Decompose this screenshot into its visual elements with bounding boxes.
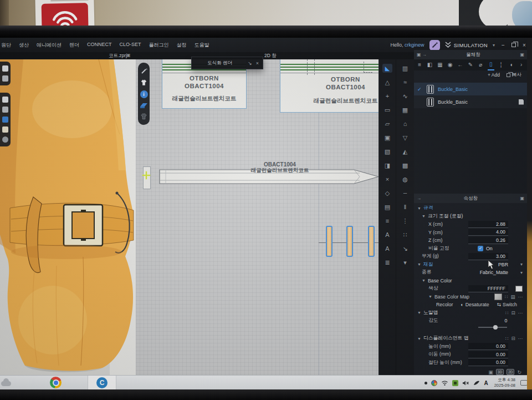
restore-button[interactable] bbox=[511, 43, 516, 47]
3d-tool-icon[interactable]: ▾ bbox=[400, 258, 410, 267]
more-icon[interactable]: ⋯ bbox=[518, 310, 523, 316]
3d-tool-icon[interactable]: ▩ bbox=[400, 161, 410, 170]
simulation-button[interactable]: SIMULATION bbox=[445, 42, 488, 48]
chevron-down-icon[interactable]: ▾ bbox=[520, 270, 523, 275]
menu-item[interactable]: 생산 bbox=[19, 42, 29, 49]
section-size[interactable]: ▼크기 조절 (로컬) bbox=[414, 212, 527, 221]
folder-icon[interactable]: ▤ bbox=[510, 294, 515, 300]
object-type-tab-icon[interactable]: › bbox=[518, 60, 525, 70]
grid-icon[interactable]: ∷ bbox=[505, 294, 508, 300]
tray-wifi-icon[interactable] bbox=[441, 380, 448, 386]
z-input[interactable]: 0.26 bbox=[468, 237, 508, 244]
menu-item[interactable]: CONNECT bbox=[87, 42, 112, 49]
selected-point-marker[interactable] bbox=[142, 171, 150, 179]
object-list-item[interactable]: ✓ Buckle_Basic bbox=[414, 83, 527, 95]
2d-tool-icon[interactable]: ▧ bbox=[382, 147, 392, 156]
close-icon[interactable]: × bbox=[256, 60, 259, 66]
2d-tool-icon[interactable]: ◣ bbox=[382, 64, 392, 73]
3d-tool-icon[interactable]: ⌂ bbox=[400, 119, 410, 128]
more-icon[interactable]: ⋯ bbox=[518, 294, 523, 300]
3d-garment-view[interactable] bbox=[0, 59, 136, 375]
tray-network-icon[interactable] bbox=[473, 380, 480, 386]
3d-edge-toolbar-group2[interactable] bbox=[0, 93, 11, 146]
ime-indicator[interactable]: A bbox=[484, 380, 488, 386]
tool-icon[interactable] bbox=[2, 126, 8, 133]
2d-tool-icon[interactable]: × bbox=[382, 175, 392, 184]
tray-app-icon[interactable] bbox=[452, 380, 458, 386]
add-button[interactable]: + Add bbox=[488, 72, 500, 78]
single-view-icon[interactable]: ▣ bbox=[488, 369, 493, 375]
pattern-piece-belt-loop[interactable] bbox=[326, 226, 332, 257]
chrome-icon[interactable] bbox=[50, 377, 62, 388]
menu-item[interactable]: 원단 bbox=[1, 42, 11, 49]
document-tab[interactable]: 코트.zprj bbox=[109, 53, 127, 59]
3d-tool-icon[interactable]: ▦ bbox=[400, 105, 410, 114]
schematic-render-window[interactable]: 도식화 렌더 ↘ × bbox=[191, 57, 263, 69]
3d-edge-toolbar-group1[interactable] bbox=[0, 62, 11, 85]
texture-swatch[interactable] bbox=[494, 293, 502, 300]
section-spec[interactable]: ▼규격 bbox=[414, 204, 527, 212]
pen-tool-icon[interactable] bbox=[140, 67, 148, 75]
menu-item[interactable]: 애니메이션 bbox=[37, 42, 62, 49]
object-type-tab-icon[interactable]: ⌀ bbox=[477, 60, 484, 70]
shirt-3d-icon[interactable] bbox=[140, 79, 148, 87]
shirt-texture-icon[interactable] bbox=[140, 113, 148, 120]
desaturate-button[interactable]: ◐Desaturate bbox=[461, 302, 489, 307]
2d-mini-toolbar[interactable]: i bbox=[138, 63, 150, 125]
tab-2d-window[interactable]: 2D 창 bbox=[264, 53, 277, 59]
3d-tool-icon[interactable]: ▽ bbox=[400, 133, 410, 142]
arrow-icon[interactable]: → bbox=[422, 52, 427, 57]
2d-tool-icon[interactable]: △ bbox=[382, 78, 392, 87]
2d-tool-icon[interactable]: ▣ bbox=[382, 133, 392, 142]
color-hex-input[interactable]: FFFFFF bbox=[468, 285, 508, 292]
2d-tool-icon[interactable]: ▱ bbox=[382, 119, 392, 128]
account-greeting[interactable]: Hello, crkginew bbox=[391, 42, 424, 48]
menu-item[interactable]: 도움말 bbox=[195, 42, 209, 49]
checkbox-checked[interactable]: ✓ bbox=[478, 246, 483, 251]
toggle-2d-button[interactable]: 2D bbox=[507, 369, 514, 375]
3d-tool-icon[interactable]: ◭ bbox=[400, 147, 410, 156]
resize-icon[interactable]: ↘ bbox=[248, 60, 252, 66]
dock-icon[interactable]: ▣ bbox=[417, 52, 421, 57]
section-material[interactable]: ▼재질PBR▾ bbox=[414, 261, 527, 269]
intensity-slider[interactable] bbox=[478, 327, 507, 328]
simulation-dropdown-arrow[interactable]: ▾ bbox=[493, 43, 495, 48]
object-list-item[interactable]: Buckle_Basic bbox=[414, 95, 527, 108]
fabric-fold-icon[interactable] bbox=[140, 102, 148, 109]
info-icon[interactable]: i bbox=[140, 90, 148, 98]
3d-tool-icon[interactable]: ┄ bbox=[400, 189, 410, 198]
color-swatch[interactable] bbox=[515, 286, 523, 292]
dock-icon[interactable]: ▣ bbox=[520, 52, 524, 57]
adjust-icon[interactable]: ⊟ bbox=[511, 310, 515, 316]
menu-item[interactable]: 설정 bbox=[177, 42, 187, 49]
more-icon[interactable]: ⋯ bbox=[518, 336, 523, 341]
2d-tool-icon[interactable]: ▤ bbox=[382, 202, 392, 211]
tool-icon[interactable] bbox=[2, 75, 8, 82]
refresh-icon[interactable]: ↻ bbox=[517, 369, 521, 375]
section-base-color[interactable]: ▼Base Color bbox=[414, 277, 527, 285]
float-window-icon[interactable]: ▣ bbox=[126, 53, 131, 58]
3d-tool-icon[interactable]: ∿ bbox=[400, 92, 410, 100]
pattern-piece-belt-loop[interactable] bbox=[368, 226, 375, 257]
object-type-tab-icon[interactable]: ≡ bbox=[416, 60, 423, 70]
chevron-down-icon[interactable]: ▾ bbox=[520, 262, 523, 267]
dock-icon[interactable]: ▣ bbox=[520, 196, 524, 201]
2d-tool-icon[interactable]: ◨ bbox=[382, 161, 392, 170]
save-icon[interactable] bbox=[519, 99, 524, 105]
2d-tool-icon[interactable]: ◇ bbox=[382, 189, 392, 198]
height-input[interactable]: 0.00 bbox=[468, 343, 508, 350]
minimize-button[interactable]: − bbox=[500, 42, 507, 48]
section-normal-map[interactable]: ▼노말맵∷⊟⋯ bbox=[414, 309, 527, 317]
3d-tool-icon[interactable]: ‖ bbox=[400, 202, 410, 211]
pattern-piece-belt-loop[interactable] bbox=[346, 226, 353, 257]
tray-color-wheel-icon[interactable] bbox=[431, 380, 437, 386]
cut-height-input[interactable]: 0.00 bbox=[468, 359, 508, 366]
grid-icon[interactable]: ∷ bbox=[505, 336, 508, 341]
tool-icon[interactable] bbox=[2, 65, 8, 72]
arrow-icon[interactable]: → bbox=[417, 196, 421, 201]
object-type-tab-icon[interactable]: ▯ bbox=[488, 59, 494, 70]
section-base-color-map[interactable]: ▼Base Color Map∷▤⋯ bbox=[414, 293, 527, 301]
y-input[interactable]: 4.00 bbox=[468, 229, 508, 236]
tray-speaker-muted-icon[interactable] bbox=[462, 380, 469, 386]
tool-icon[interactable] bbox=[2, 97, 8, 103]
